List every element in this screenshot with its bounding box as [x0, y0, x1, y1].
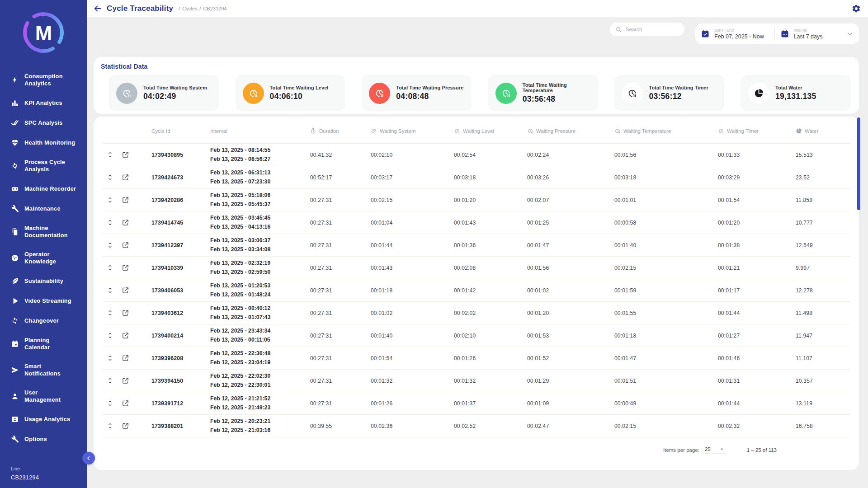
expand-row-button[interactable]	[106, 286, 114, 295]
column-header[interactable]: Water	[778, 128, 850, 134]
cell-cycle-id: 1739410339	[133, 265, 192, 271]
expand-row-button[interactable]	[106, 219, 114, 227]
cell-waiting-system: 00:01:04	[353, 220, 436, 226]
sidebar-item[interactable]: Smart Notifications	[5, 357, 80, 383]
column-header[interactable]: Waiting Pressure	[509, 128, 596, 134]
sidebar-item[interactable]: Options	[5, 429, 80, 449]
expand-row-button[interactable]	[106, 174, 114, 182]
first-page-button[interactable]	[793, 445, 803, 455]
expand-row-button[interactable]	[106, 241, 114, 249]
sidebar-item[interactable]: User Management	[5, 383, 80, 409]
stat-card-value: 03:56:12	[649, 92, 708, 101]
sidebar-item[interactable]: Machine Documentation	[5, 219, 80, 245]
column-header[interactable]: Interval	[192, 128, 292, 134]
sidebar-item[interactable]: Changeover	[5, 311, 80, 331]
sidebar-item[interactable]: Maintenance	[5, 199, 80, 219]
cell-waiting-system: 00:02:15	[353, 197, 436, 203]
open-cycle-button[interactable]	[121, 264, 129, 272]
expand-row-button[interactable]	[106, 354, 114, 362]
expand-row-button[interactable]	[106, 264, 114, 272]
gear-icon[interactable]	[852, 4, 861, 13]
cell-waiting-level: 00:01:36	[436, 242, 509, 249]
interval-picker[interactable]: Interval Last 7 days	[775, 28, 846, 40]
cell-waiting-temperature: 00:03:18	[596, 174, 700, 181]
cell-waiting-pressure: 00:01:25	[509, 220, 596, 226]
column-header-icon	[796, 128, 802, 134]
search-input[interactable]	[626, 27, 679, 32]
sidebar-collapse-button[interactable]	[82, 452, 95, 465]
sidebar-item[interactable]: Machine Recorder	[5, 179, 80, 199]
cell-cycle-id: 1739424673	[133, 174, 192, 181]
sidebar-item[interactable]: Process Cycle Analysis	[5, 153, 80, 179]
previous-page-button[interactable]	[808, 445, 818, 455]
stat-card-icon	[243, 83, 264, 104]
sidebar-item-label: Maintenance	[24, 205, 61, 212]
open-cycle-button[interactable]	[121, 174, 129, 182]
stat-card-icon	[369, 83, 390, 104]
sidebar-item[interactable]: Health Monitoring	[5, 133, 80, 153]
main-content: Cycle Traceability / Cycles / CB231294	[87, 0, 868, 488]
column-header[interactable]: Waiting System	[353, 128, 436, 134]
column-header[interactable]: Duration	[292, 128, 353, 134]
breadcrumb-item[interactable]: / Cycles	[179, 6, 197, 11]
breadcrumb-item[interactable]: / CB231294	[199, 6, 226, 11]
cell-water: 12.278	[778, 287, 850, 294]
sidebar-item[interactable]: Consumption Analytics	[5, 67, 80, 93]
cell-interval: Feb 12, 2025 - 21:21:52 Feb 12, 2025 - 2…	[192, 394, 292, 412]
stat-card-value: 04:06:10	[270, 92, 329, 101]
table-row: 1739424673 Feb 13, 2025 - 06:31:13 Feb 1…	[103, 166, 850, 189]
expand-row-button[interactable]	[106, 399, 114, 408]
sidebar-item-label: Changeover	[24, 317, 59, 324]
open-cycle-button[interactable]	[121, 399, 129, 408]
cell-water: 11.498	[778, 310, 850, 316]
sidebar-item[interactable]: SPC Analysis	[5, 113, 80, 133]
open-cycle-button[interactable]	[121, 241, 129, 249]
open-cycle-button[interactable]	[121, 196, 129, 204]
cell-waiting-timer: 00:01:20	[700, 220, 778, 226]
cell-cycle-id: 1739412397	[133, 242, 192, 249]
table-row: 1739394150 Feb 12, 2025 - 22:02:30 Feb 1…	[103, 370, 850, 392]
expand-row-button[interactable]	[106, 422, 114, 430]
cell-duration: 00:27:31	[292, 287, 353, 294]
next-page-button[interactable]	[824, 445, 834, 455]
cell-water: 15.513	[778, 152, 850, 158]
open-cycle-button[interactable]	[121, 422, 129, 430]
open-cycle-button[interactable]	[121, 377, 129, 385]
column-header[interactable]: Cycle Id	[133, 128, 192, 134]
sidebar-item[interactable]: Video Streaming	[5, 291, 80, 311]
open-cycle-button[interactable]	[121, 286, 129, 295]
open-cycle-button[interactable]	[121, 151, 129, 159]
column-header[interactable]: Waiting Temperature	[596, 128, 700, 134]
items-per-page-select[interactable]: 25	[703, 446, 726, 454]
expand-row-button[interactable]	[106, 377, 114, 385]
last-page-button[interactable]	[839, 445, 849, 455]
sidebar-item[interactable]: Sustainability	[5, 271, 80, 291]
sidebar-item-icon	[11, 162, 19, 170]
open-cycle-button[interactable]	[121, 309, 129, 317]
sidebar-item[interactable]: Operator Knowledge	[5, 245, 80, 271]
sidebar-item[interactable]: Usage Analytics	[5, 409, 80, 429]
sidebar-item[interactable]: Planning Calendar	[5, 331, 80, 357]
stat-card: Total Water 19,131.135	[741, 75, 851, 111]
page-nav	[793, 445, 849, 455]
open-cycle-button[interactable]	[121, 219, 129, 227]
table-row: 1739430895 Feb 13, 2025 - 08:14:55 Feb 1…	[103, 144, 850, 166]
column-header-label: Waiting Level	[463, 128, 494, 134]
chevron-down-icon[interactable]	[846, 30, 854, 38]
column-header[interactable]: Waiting Timer	[700, 128, 778, 134]
cell-water: 16.758	[778, 423, 850, 429]
expand-row-button[interactable]	[106, 196, 114, 204]
open-cycle-button[interactable]	[121, 354, 129, 362]
expand-row-button[interactable]	[106, 151, 114, 159]
cell-water: 11.858	[778, 197, 850, 203]
expand-row-button[interactable]	[106, 332, 114, 340]
start-end-picker[interactable]: Start - End Feb 07, 2025 - Now	[695, 28, 774, 40]
expand-row-button[interactable]	[106, 309, 114, 317]
cell-waiting-level: 00:02:02	[436, 310, 509, 316]
sidebar-item[interactable]: KPI Analytics	[5, 93, 80, 113]
column-header[interactable]: Waiting Level	[436, 128, 509, 134]
page-title: Cycle Traceability	[107, 4, 173, 13]
table-scrollbar-thumb[interactable]	[857, 117, 860, 210]
open-cycle-button[interactable]	[121, 332, 129, 340]
back-button[interactable]	[93, 4, 102, 13]
